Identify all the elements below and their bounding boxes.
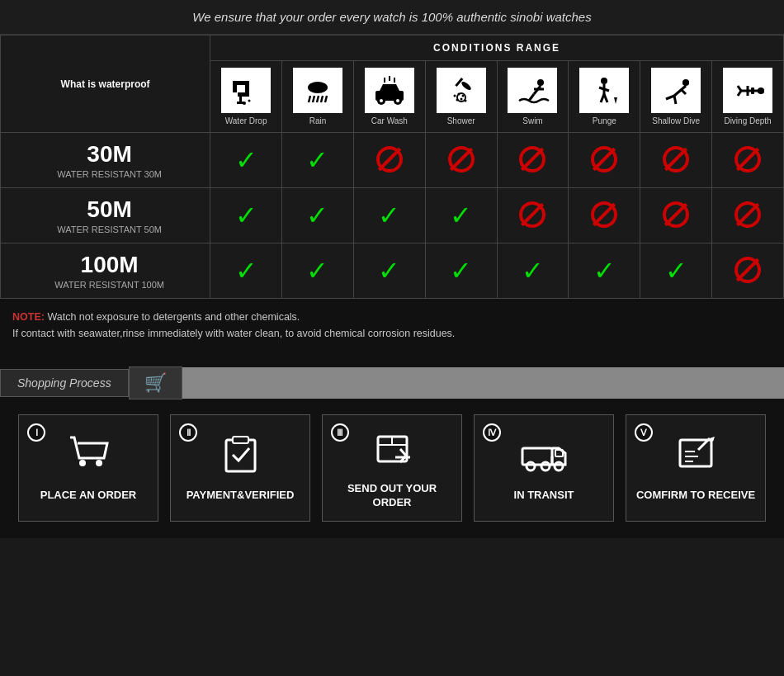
- step-confirm: Ⅴ COMFIRM TO RECEIVE: [626, 414, 766, 522]
- process-bar: [182, 367, 784, 399]
- no-icon: [663, 146, 689, 173]
- svg-line-13: [325, 96, 327, 102]
- waterproof-table: What is waterproof CONDITIONS RANGE: [0, 35, 784, 299]
- cell-100m-5: ✓: [497, 243, 569, 299]
- step-5-label: COMFIRM TO RECEIVE: [636, 489, 755, 503]
- cell-100m-3: ✓: [353, 243, 425, 299]
- no-icon: [448, 146, 475, 173]
- check-icon: ✓: [572, 255, 636, 286]
- step-2-number: Ⅱ: [179, 423, 197, 442]
- step-5-icon: [673, 433, 719, 482]
- punge-icon-box: [579, 68, 629, 113]
- cell-50m-1: ✓: [210, 188, 282, 243]
- svg-point-25: [453, 94, 456, 97]
- waterproof-title-cell: What is waterproof: [1, 35, 210, 133]
- icon-water-drop: Water Drop: [210, 61, 282, 133]
- svg-rect-54: [751, 87, 754, 94]
- diving-depth-icon-box: [723, 68, 772, 113]
- icon-punge: Punge: [569, 61, 640, 133]
- note-text1: Watch not exposure to detergents and oth…: [47, 311, 300, 323]
- svg-line-52: [738, 86, 741, 91]
- row-50m-desc: WATER RESISTANT 50M: [17, 225, 201, 234]
- svg-rect-43: [682, 81, 689, 85]
- svg-point-17: [380, 99, 383, 102]
- water-drop-label: Water Drop: [214, 116, 278, 125]
- row-50m-header: 50M WATER RESISTANT 50M: [1, 188, 210, 243]
- check-icon: ✓: [286, 144, 350, 176]
- icon-shallow-dive: Shallow Dive: [640, 61, 712, 133]
- check-icon: ✓: [214, 255, 278, 286]
- svg-point-7: [248, 99, 251, 102]
- cell-30m-3: [353, 133, 425, 188]
- car-wash-icon-box: [365, 68, 414, 113]
- svg-line-35: [529, 94, 534, 101]
- cell-50m-6: [569, 188, 640, 243]
- row-50m-meter: 50M: [87, 196, 131, 222]
- svg-rect-2: [238, 92, 249, 97]
- swim-icon-box: [508, 68, 557, 113]
- row-100m-header: 100M WATER RESISTANT 100M: [1, 243, 210, 299]
- step-3-icon: [370, 427, 415, 475]
- no-icon: [519, 146, 545, 173]
- step-in-transit: Ⅳ IN TRANSIT: [474, 414, 614, 522]
- shallow-dive-label: Shallow Dive: [644, 116, 708, 125]
- check-icon: ✓: [357, 200, 422, 231]
- cell-50m-4: ✓: [425, 188, 497, 243]
- cart-icon: 🛒: [144, 372, 167, 393]
- cell-30m-8: [712, 133, 784, 188]
- no-icon: [734, 146, 761, 173]
- conditions-header: CONDITIONS RANGE: [210, 35, 784, 61]
- cell-50m-3: ✓: [353, 188, 425, 243]
- steps-section: Ⅰ PLACE AN ORDER Ⅱ: [0, 399, 784, 538]
- svg-rect-49: [758, 89, 764, 93]
- check-icon: ✓: [501, 255, 565, 286]
- car-wash-label: Car Wash: [357, 116, 422, 125]
- svg-line-9: [309, 96, 310, 102]
- check-icon: ✓: [644, 255, 708, 286]
- no-icon: [376, 146, 403, 173]
- cell-100m-8: [712, 243, 784, 299]
- row-30m-header: 30M WATER RESISTANT 30M: [1, 133, 210, 188]
- no-icon: [734, 201, 761, 228]
- svg-line-53: [738, 91, 741, 96]
- shower-icon-box: [437, 68, 486, 113]
- no-icon: [591, 201, 617, 228]
- header-banner: We ensure that your order every watch is…: [0, 0, 784, 35]
- shallow-dive-icon-box: [651, 68, 701, 113]
- check-icon: ✓: [286, 200, 350, 231]
- diving-depth-label: Diving Depth: [716, 116, 780, 125]
- check-icon: ✓: [429, 200, 494, 231]
- cell-50m-2: ✓: [282, 188, 354, 243]
- step-2-label: PAYMENT&VERIFIED: [187, 489, 295, 503]
- step-payment: Ⅱ PAYMENT&VERIFIED: [170, 414, 310, 522]
- step-3-label: SEND OUT YOUR ORDER: [329, 482, 455, 510]
- svg-rect-68: [680, 440, 711, 466]
- check-icon: ✓: [286, 255, 350, 286]
- row-50m: 50M WATER RESISTANT 50M ✓ ✓ ✓ ✓: [1, 188, 784, 243]
- note-section: NOTE: Watch not exposure to detergents a…: [0, 299, 784, 352]
- svg-line-47: [674, 96, 676, 104]
- note-text2: If contact with seawater,rinse immediate…: [12, 328, 455, 339]
- svg-point-24: [460, 80, 472, 92]
- waterproof-section: What is waterproof CONDITIONS RANGE: [0, 35, 784, 299]
- svg-point-65: [527, 462, 535, 470]
- svg-rect-3: [245, 81, 249, 92]
- step-1-number: Ⅰ: [27, 423, 45, 442]
- icon-rain: Rain: [282, 61, 354, 133]
- cell-30m-1: ✓: [210, 133, 282, 188]
- svg-line-38: [599, 87, 609, 91]
- step-1-label: PLACE AN ORDER: [40, 489, 137, 503]
- svg-point-36: [601, 78, 607, 84]
- no-icon: [591, 146, 617, 173]
- cell-30m-2: ✓: [282, 133, 354, 188]
- cart-icon-header: 🛒: [129, 366, 182, 399]
- svg-line-10: [313, 96, 314, 102]
- shower-label: Shower: [429, 116, 494, 125]
- svg-point-19: [396, 99, 399, 102]
- cell-50m-5: [497, 188, 569, 243]
- row-100m: 100M WATER RESISTANT 100M ✓ ✓ ✓ ✓ ✓ ✓ ✓: [1, 243, 784, 299]
- step-5-number: Ⅴ: [635, 423, 653, 442]
- no-icon: [519, 201, 545, 228]
- cell-100m-1: ✓: [210, 243, 282, 299]
- svg-point-55: [79, 460, 86, 466]
